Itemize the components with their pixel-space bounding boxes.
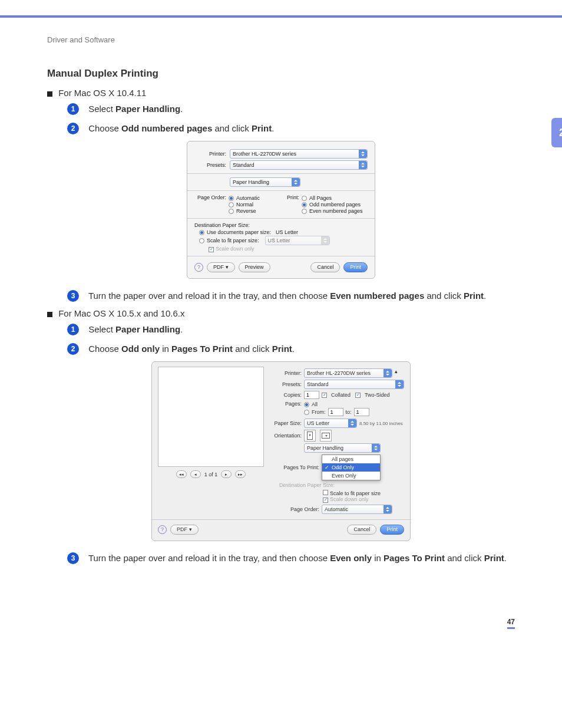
radio-icon bbox=[302, 196, 307, 201]
step-number-badge: 2 bbox=[67, 343, 79, 355]
radio-icon bbox=[304, 402, 309, 407]
print-button[interactable]: Print bbox=[380, 525, 404, 535]
top-border bbox=[0, 0, 562, 18]
chapter-tab: 2 bbox=[551, 118, 562, 147]
dest-size-label: Destination Paper Size: bbox=[270, 482, 335, 488]
scale-paper-select: US Letter bbox=[265, 236, 330, 245]
orientation-portrait-button[interactable] bbox=[304, 430, 316, 442]
step-number-badge: 3 bbox=[67, 290, 79, 302]
checkbox-icon bbox=[323, 498, 328, 503]
page-order-label: Page Order: bbox=[270, 506, 319, 512]
print-odd-radio[interactable]: Odd numbered pages bbox=[302, 202, 363, 207]
step-b2: 2 Choose Odd only in Pages To Print and … bbox=[67, 342, 515, 356]
print-dialog-10-4: Printer: Brother HL-2270DW series Preset… bbox=[187, 141, 375, 279]
pages-from-radio[interactable]: From: to: bbox=[304, 408, 369, 416]
paper-size-select[interactable]: US Letter bbox=[304, 419, 357, 428]
breadcrumb: Driver and Software bbox=[47, 35, 515, 44]
pages-to-input[interactable] bbox=[354, 408, 369, 416]
step-number-badge: 2 bbox=[67, 123, 79, 134]
square-bullet-icon bbox=[47, 312, 52, 317]
pdf-button[interactable]: PDF ▾ bbox=[207, 262, 235, 272]
pdf-button[interactable]: PDF ▾ bbox=[170, 525, 199, 535]
two-sided-checkbox[interactable] bbox=[355, 393, 361, 398]
cancel-button[interactable]: Cancel bbox=[310, 262, 340, 272]
print-even-radio[interactable]: Even numbered pages bbox=[302, 208, 363, 214]
presets-select[interactable]: Standard bbox=[230, 160, 368, 170]
scale-to-fit-checkbox[interactable]: Scale to fit paper size bbox=[323, 490, 404, 496]
radio-icon bbox=[199, 230, 204, 235]
page-order-reverse-radio[interactable]: Reverse bbox=[229, 208, 260, 214]
dropdown-option-even[interactable]: Even Only bbox=[322, 472, 380, 480]
select-arrows-icon bbox=[359, 161, 367, 169]
print-button[interactable]: Print bbox=[343, 262, 368, 272]
select-arrows-icon bbox=[321, 236, 329, 245]
nav-first-button[interactable]: ◂◂ bbox=[176, 470, 187, 478]
copies-input[interactable] bbox=[304, 391, 319, 399]
printer-select[interactable]: Brother HL-2270DW series bbox=[304, 368, 392, 378]
nav-next-button[interactable]: ▸ bbox=[221, 470, 232, 478]
dropdown-option-odd[interactable]: Odd Only bbox=[322, 463, 380, 472]
paper-size-label: Paper Size: bbox=[270, 420, 302, 426]
scale-down-checkbox: Scale down only bbox=[209, 246, 368, 252]
step-b1: 1 Select Paper Handling. bbox=[67, 323, 515, 337]
select-arrows-icon bbox=[372, 444, 380, 452]
print-preview-pane bbox=[158, 367, 264, 467]
expand-icon[interactable]: ▴ bbox=[395, 368, 404, 378]
print-label: Print: bbox=[284, 195, 302, 215]
presets-label: Presets: bbox=[194, 162, 230, 168]
pane-select[interactable]: Paper Handling bbox=[230, 177, 300, 187]
step-b3: 3 Turn the paper over and reload it in t… bbox=[67, 552, 515, 565]
section-a-text: For Mac OS X 10.4.11 bbox=[58, 88, 146, 98]
select-arrows-icon bbox=[348, 419, 356, 427]
section-heading-a: For Mac OS X 10.4.11 bbox=[47, 88, 515, 98]
radio-icon bbox=[229, 202, 234, 207]
printer-select[interactable]: Brother HL-2270DW series bbox=[230, 149, 368, 159]
pages-all-radio[interactable]: All bbox=[304, 401, 369, 407]
help-icon[interactable]: ? bbox=[158, 525, 167, 534]
printer-label: Printer: bbox=[194, 151, 230, 157]
cancel-button[interactable]: Cancel bbox=[347, 525, 376, 535]
step-number-badge: 3 bbox=[67, 552, 79, 564]
step-a2: 2 Choose Odd numbered pages and click Pr… bbox=[67, 122, 515, 136]
page-order-normal-radio[interactable]: Normal bbox=[229, 202, 260, 207]
help-icon[interactable]: ? bbox=[194, 263, 203, 272]
page-order-select[interactable]: Automatic bbox=[322, 505, 392, 514]
radio-icon bbox=[302, 202, 307, 207]
presets-label: Presets: bbox=[270, 381, 302, 387]
section-heading-b: For Mac OS X 10.5.x and 10.6.x bbox=[47, 308, 515, 318]
page-order-automatic-radio[interactable]: Automatic bbox=[229, 195, 260, 201]
presets-select[interactable]: Standard bbox=[304, 380, 404, 389]
square-bullet-icon bbox=[47, 91, 52, 97]
dest-size-label: Destination Paper Size: bbox=[194, 222, 368, 228]
printer-label: Printer: bbox=[270, 370, 302, 376]
radio-icon bbox=[199, 238, 204, 243]
preview-button[interactable]: Preview bbox=[239, 262, 270, 272]
step-number-badge: 1 bbox=[67, 103, 79, 115]
orientation-landscape-button[interactable] bbox=[320, 430, 332, 442]
section-b-text: For Mac OS X 10.5.x and 10.6.x bbox=[58, 308, 184, 318]
orientation-label: Orientation: bbox=[270, 433, 302, 439]
paper-dimensions: 8.50 by 11.00 inches bbox=[359, 421, 403, 426]
pane-select[interactable]: Paper Handling bbox=[304, 443, 381, 453]
dropdown-option-all[interactable]: All pages bbox=[322, 455, 380, 463]
copies-label: Copies: bbox=[270, 392, 302, 398]
radio-icon bbox=[229, 196, 234, 201]
step-number-badge: 1 bbox=[67, 324, 79, 335]
nav-last-button[interactable]: ▸▸ bbox=[235, 470, 246, 478]
page-footer: 47 bbox=[0, 594, 562, 629]
pages-to-print-dropdown[interactable]: All pages Odd Only Even Only bbox=[322, 454, 381, 480]
page-order-label: Page Order: bbox=[194, 195, 229, 215]
page-title: Manual Duplex Printing bbox=[47, 68, 515, 80]
pages-to-print-label: Pages To Print: bbox=[270, 465, 319, 470]
select-arrows-icon bbox=[359, 150, 367, 158]
radio-icon bbox=[229, 209, 234, 214]
select-arrows-icon bbox=[292, 178, 300, 186]
radio-icon bbox=[304, 410, 309, 415]
pages-from-input[interactable] bbox=[328, 408, 343, 416]
nav-prev-button[interactable]: ◂ bbox=[190, 470, 201, 478]
use-doc-size-radio[interactable]: Use documents paper size: US Letter bbox=[199, 229, 368, 235]
select-arrows-icon bbox=[384, 369, 392, 377]
scale-to-fit-radio[interactable]: Scale to fit paper size: US Letter bbox=[199, 236, 368, 245]
print-all-radio[interactable]: All Pages bbox=[302, 195, 363, 201]
collated-checkbox[interactable] bbox=[322, 393, 327, 398]
